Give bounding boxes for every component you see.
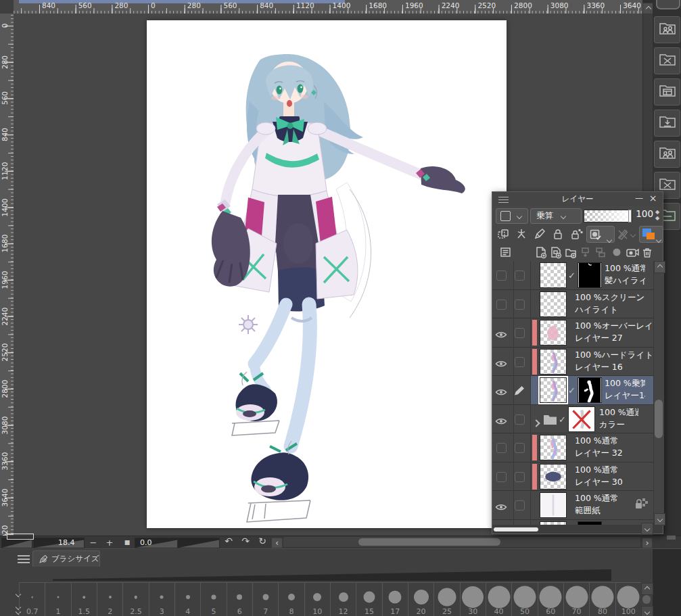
layer-thumbnail[interactable] bbox=[540, 262, 567, 288]
rotate-ccw-button[interactable]: ↶ bbox=[223, 536, 234, 546]
brush-size-cell[interactable]: 1 bbox=[45, 583, 70, 616]
draft-checkbox[interactable] bbox=[515, 500, 525, 511]
layer-list-scrollbar[interactable] bbox=[653, 261, 664, 525]
brush-size-cell[interactable]: 40 bbox=[486, 583, 511, 616]
new-layer-folder-button[interactable] bbox=[564, 245, 578, 262]
new-raster-layer-button[interactable] bbox=[534, 245, 548, 262]
layer-thumbnail[interactable] bbox=[540, 320, 567, 346]
clip-to-layer-below-button[interactable] bbox=[496, 227, 510, 243]
hscroll-thumb[interactable] bbox=[358, 538, 500, 546]
delete-layer-button[interactable] bbox=[640, 245, 654, 262]
brush-scroll-up-button[interactable] bbox=[641, 583, 653, 595]
brush-size-slider[interactable] bbox=[53, 569, 611, 581]
rotate-cw-button[interactable]: ↷ bbox=[240, 536, 251, 546]
brush-size-cell[interactable]: 25 bbox=[433, 583, 459, 616]
prev-view-button[interactable]: ‹ bbox=[271, 538, 283, 548]
brush-size-cell[interactable]: 17 bbox=[382, 583, 408, 616]
brush-scroll-thumb[interactable] bbox=[642, 595, 651, 604]
brush-size-cell[interactable]: 50 bbox=[511, 583, 537, 616]
layer-row[interactable]: 100 %通常範囲紙 bbox=[492, 491, 653, 520]
layer-thumbnail[interactable] bbox=[540, 377, 567, 403]
draft-checkbox[interactable] bbox=[515, 472, 525, 482]
visibility-eye-icon[interactable] bbox=[495, 415, 507, 428]
layer-row[interactable]: 100 %ハードライトレイヤー 16 bbox=[492, 348, 653, 377]
draft-checkbox[interactable] bbox=[515, 414, 525, 425]
brush-size-cell[interactable]: 7 bbox=[252, 583, 278, 616]
zoom-in-button[interactable]: + bbox=[105, 538, 114, 548]
layer-row[interactable]: 100 %オーバーレイレイヤー 27 bbox=[492, 318, 653, 348]
mask-dropdown[interactable] bbox=[586, 226, 615, 243]
folder-layout-button[interactable] bbox=[654, 78, 680, 105]
brush-size-cell[interactable]: 70 bbox=[563, 583, 589, 616]
layer-scroll-down-button[interactable] bbox=[654, 513, 665, 525]
layer-row[interactable] bbox=[492, 520, 653, 525]
visibility-checkbox[interactable] bbox=[496, 270, 507, 281]
folder-x-button[interactable] bbox=[654, 47, 680, 74]
draft-checkbox[interactable] bbox=[515, 328, 525, 338]
visibility-eye-icon[interactable] bbox=[495, 329, 507, 341]
minimize-button[interactable]: — bbox=[634, 193, 644, 204]
tab-brush-size[interactable]: ブラシサイズ bbox=[32, 550, 100, 567]
layer-thumbnail[interactable] bbox=[540, 349, 567, 375]
brush-size-cell[interactable]: 4 bbox=[174, 583, 200, 616]
palette-menu-icon[interactable] bbox=[498, 195, 509, 204]
visibility-eye-icon[interactable] bbox=[495, 386, 507, 399]
layer-row[interactable]: ✓100 %乗算レイヤー14 bbox=[492, 376, 653, 405]
brush-size-cell[interactable]: 60 bbox=[538, 583, 563, 616]
brush-size-cell[interactable]: 0.7 bbox=[19, 583, 45, 616]
panel-list-view-button[interactable] bbox=[499, 245, 513, 262]
merge-with-below-button[interactable] bbox=[594, 245, 607, 262]
layer-row[interactable]: ✓100 %通過カラー bbox=[492, 405, 653, 434]
reset-rotation-button[interactable]: ↻ bbox=[257, 536, 268, 546]
blend-mode-dropdown[interactable]: 乗算 bbox=[530, 208, 582, 224]
brush-size-cell[interactable]: 30 bbox=[460, 583, 486, 616]
new-vector-layer-button[interactable] bbox=[549, 245, 563, 262]
layer-row[interactable]: 100 %通常レイヤー 32 bbox=[492, 433, 653, 463]
brush-size-cell[interactable]: 2 bbox=[97, 583, 122, 616]
toolbar-partial-button[interactable] bbox=[656, 0, 680, 9]
canvas-page[interactable] bbox=[147, 20, 507, 528]
layer-thumbnail[interactable] bbox=[540, 492, 567, 518]
brush-size-cell[interactable]: 2.5 bbox=[122, 583, 148, 616]
lock-layer-button[interactable] bbox=[551, 227, 565, 243]
brush-size-cell[interactable]: 12 bbox=[330, 583, 356, 616]
layer-color-dropdown[interactable] bbox=[639, 226, 663, 243]
folder-collapse-chevron-icon[interactable] bbox=[534, 416, 539, 429]
layer-row[interactable]: 100 %通常レイヤー 30 bbox=[492, 463, 653, 492]
draft-checkbox[interactable] bbox=[515, 300, 525, 310]
visibility-checkbox[interactable] bbox=[496, 443, 507, 453]
opacity-spinner[interactable]: ◆◆ bbox=[655, 209, 659, 221]
brush-size-cell[interactable]: 15 bbox=[356, 583, 381, 616]
layer-thumbnail[interactable] bbox=[540, 464, 567, 490]
layer-row[interactable]: 100 %スクリーンハイライト bbox=[492, 290, 653, 319]
folder-download-button[interactable] bbox=[654, 110, 680, 137]
brush-size-cell[interactable]: 20 bbox=[408, 583, 433, 616]
visibility-eye-icon[interactable] bbox=[495, 501, 507, 514]
layer-thumbnail[interactable] bbox=[568, 406, 595, 432]
layer-thumbnail[interactable] bbox=[540, 291, 567, 317]
ruler-range-dropdown[interactable] bbox=[616, 227, 635, 243]
layer-mask-thumbnail[interactable] bbox=[578, 377, 602, 403]
brush-size-cell[interactable]: 10 bbox=[304, 583, 330, 616]
close-icon[interactable]: × bbox=[647, 193, 659, 205]
layer-scroll-thumb[interactable] bbox=[655, 400, 663, 438]
brush-scroll-down-button[interactable] bbox=[641, 606, 653, 616]
brush-size-cell[interactable]: 100 bbox=[615, 583, 641, 616]
brush-size-cell[interactable]: 3 bbox=[149, 583, 174, 616]
folder-people-button[interactable] bbox=[654, 16, 680, 43]
zoom-out-button[interactable]: − bbox=[89, 538, 98, 548]
draft-checkbox[interactable] bbox=[515, 270, 525, 281]
draft-checkbox[interactable] bbox=[515, 357, 525, 367]
lock-transparent-pixels-button[interactable] bbox=[569, 227, 583, 243]
apply-mask-button[interactable] bbox=[625, 245, 640, 262]
next-view-button[interactable]: › bbox=[642, 538, 653, 548]
brush-size-cell[interactable]: 1.5 bbox=[71, 583, 97, 616]
brush-size-cell[interactable]: 80 bbox=[589, 583, 615, 616]
brush-size-cell[interactable]: 5 bbox=[200, 583, 226, 616]
canvas-horizontal-scrollbar[interactable] bbox=[283, 537, 640, 547]
layer-hscrollbar[interactable] bbox=[492, 525, 663, 534]
layer-thumbnail[interactable] bbox=[540, 435, 567, 460]
layer-hscroll-thumb[interactable] bbox=[494, 527, 538, 531]
layer-scroll-up-button[interactable] bbox=[654, 261, 665, 273]
reference-layer-button[interactable] bbox=[515, 227, 528, 243]
